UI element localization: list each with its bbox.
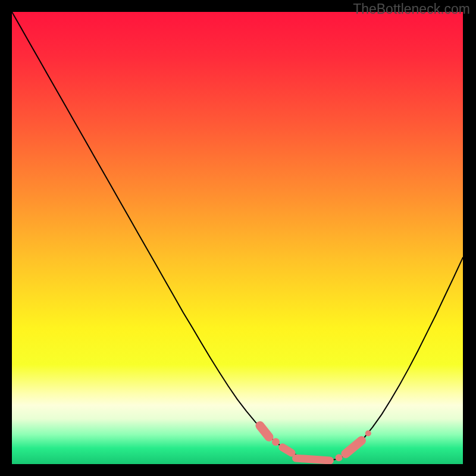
curve-marker-pill bbox=[296, 458, 330, 461]
curve-marker-pill bbox=[283, 447, 292, 453]
watermark-text: TheBottleneck.com bbox=[353, 1, 470, 17]
gradient-background bbox=[12, 12, 463, 464]
bottleneck-chart bbox=[12, 12, 463, 464]
chart-frame bbox=[12, 12, 463, 464]
curve-marker-dot bbox=[272, 438, 280, 446]
curve-marker-dot bbox=[365, 430, 371, 436]
curve-marker-dot bbox=[336, 454, 343, 461]
